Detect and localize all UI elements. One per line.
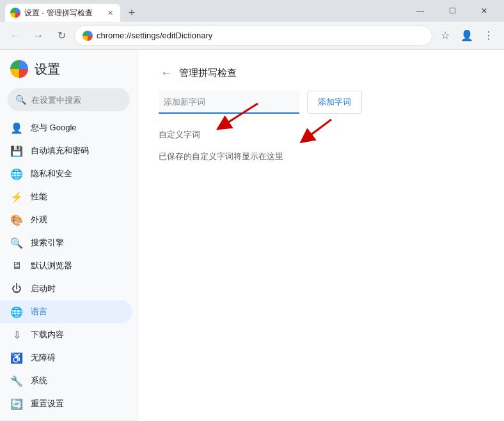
sidebar-item-privacy[interactable]: 🌐 隐私和安全 <box>0 162 132 185</box>
sidebar-title: 设置 <box>35 61 60 78</box>
google-logo <box>10 60 28 78</box>
page-title: 管理拼写检查 <box>179 67 237 79</box>
sidebar-item-autofill[interactable]: 💾 自动填充和密码 <box>0 139 132 162</box>
new-word-input[interactable] <box>159 91 299 114</box>
back-row: ← 管理拼写检查 <box>159 65 484 80</box>
download-icon: ⇩ <box>10 329 23 341</box>
sidebar-item-autofill-label: 自动填充和密码 <box>31 145 89 157</box>
sidebar-item-appearance-label: 外观 <box>31 214 47 226</box>
site-icon <box>83 31 93 41</box>
back-button[interactable]: ← <box>5 26 26 46</box>
address-text: chrome://settings/editDictionary <box>97 31 424 40</box>
language-icon: 🌐 <box>10 306 23 318</box>
sidebar-item-accessibility[interactable]: ♿ 无障碍 <box>0 346 132 369</box>
back-to-spellcheck-button[interactable]: ← <box>159 65 174 80</box>
browser-icon: 🖥 <box>10 260 23 272</box>
titlebar: 设置 - 管理拼写检查 ✕ + — ☐ ✕ <box>0 0 504 22</box>
sidebar-item-reset-label: 重置设置 <box>31 398 64 410</box>
tab-area: 设置 - 管理拼写检查 ✕ + <box>5 0 406 22</box>
address-bar[interactable]: chrome://settings/editDictionary <box>74 26 432 46</box>
nav-right: ☆ 👤 ⋮ <box>435 26 499 46</box>
menu-button[interactable]: ⋮ <box>478 26 499 46</box>
forward-button[interactable]: → <box>28 26 49 46</box>
window-controls: — ☐ ✕ <box>406 0 499 22</box>
tab-close-button[interactable]: ✕ <box>105 8 115 18</box>
sidebar: 设置 🔍 👤 您与 Google 💾 自动填充和密码 🌐 隐私和安全 ⚡ 性能 … <box>0 50 138 421</box>
main-layout: 设置 🔍 👤 您与 Google 💾 自动填充和密码 🌐 隐私和安全 ⚡ 性能 … <box>0 50 504 421</box>
add-word-button[interactable]: 添加字词 <box>307 91 362 114</box>
sidebar-item-system-label: 系统 <box>31 375 47 387</box>
maximize-button[interactable]: ☐ <box>437 0 467 22</box>
autofill-icon: 💾 <box>10 145 23 157</box>
tab-title: 设置 - 管理拼写检查 <box>24 8 101 19</box>
search-bar[interactable]: 🔍 <box>8 88 130 111</box>
sidebar-item-browser[interactable]: 🖥 默认浏览器 <box>0 254 132 277</box>
privacy-icon: 🌐 <box>10 168 23 180</box>
sidebar-item-language[interactable]: 🌐 语言 <box>0 300 132 323</box>
sidebar-item-reset[interactable]: 🔄 重置设置 <box>0 392 132 415</box>
sidebar-item-download[interactable]: ⇩ 下载内容 <box>0 323 132 346</box>
search-icon: 🔍 <box>15 95 26 105</box>
sidebar-item-performance[interactable]: ⚡ 性能 <box>0 185 132 208</box>
sidebar-item-download-label: 下载内容 <box>31 329 64 341</box>
startup-icon: ⏻ <box>10 283 23 295</box>
empty-words-hint: 已保存的自定义字词将显示在这里 <box>159 146 484 167</box>
add-word-row: 添加字词 <box>159 91 484 114</box>
search-engine-icon: 🔍 <box>10 237 23 249</box>
sidebar-item-language-label: 语言 <box>31 306 47 318</box>
bookmark-button[interactable]: ☆ <box>435 26 455 46</box>
sidebar-item-google-label: 您与 Google <box>31 122 77 134</box>
sidebar-item-search-label: 搜索引擎 <box>31 237 64 249</box>
sidebar-header: 设置 <box>0 60 138 88</box>
content-area: ← 管理拼写检查 添加字词 自定义字词 已保存的自定义字词将显示在这里 <box>138 50 504 421</box>
sidebar-item-google[interactable]: 👤 您与 Google <box>0 116 132 139</box>
profile-button[interactable]: 👤 <box>457 26 477 46</box>
system-icon: 🔧 <box>10 375 23 387</box>
sidebar-item-startup-label: 启动时 <box>31 283 56 295</box>
sidebar-item-privacy-label: 隐私和安全 <box>31 168 72 180</box>
navbar: ← → ↻ chrome://settings/editDictionary ☆… <box>0 22 504 50</box>
close-button[interactable]: ✕ <box>469 0 499 22</box>
accessibility-icon: ♿ <box>10 352 23 364</box>
person-icon: 👤 <box>10 122 23 134</box>
sidebar-item-accessibility-label: 无障碍 <box>31 352 56 364</box>
refresh-button[interactable]: ↻ <box>51 26 72 46</box>
sidebar-item-startup[interactable]: ⏻ 启动时 <box>0 277 132 300</box>
sidebar-item-system[interactable]: 🔧 系统 <box>0 369 132 392</box>
custom-words-section: 自定义字词 已保存的自定义字词将显示在这里 <box>159 129 484 167</box>
sidebar-item-appearance[interactable]: 🎨 外观 <box>0 208 132 231</box>
appearance-icon: 🎨 <box>10 214 23 226</box>
search-input[interactable] <box>31 95 138 105</box>
sidebar-item-search[interactable]: 🔍 搜索引擎 <box>0 231 132 254</box>
active-tab[interactable]: 设置 - 管理拼写检查 ✕ <box>5 4 120 22</box>
minimize-button[interactable]: — <box>406 0 435 22</box>
tab-favicon <box>10 8 20 18</box>
reset-icon: 🔄 <box>10 398 23 410</box>
performance-icon: ⚡ <box>10 191 23 203</box>
sidebar-item-browser-label: 默认浏览器 <box>31 260 72 272</box>
new-tab-button[interactable]: + <box>123 4 141 22</box>
custom-words-label: 自定义字词 <box>159 129 484 141</box>
sidebar-item-performance-label: 性能 <box>31 191 47 203</box>
